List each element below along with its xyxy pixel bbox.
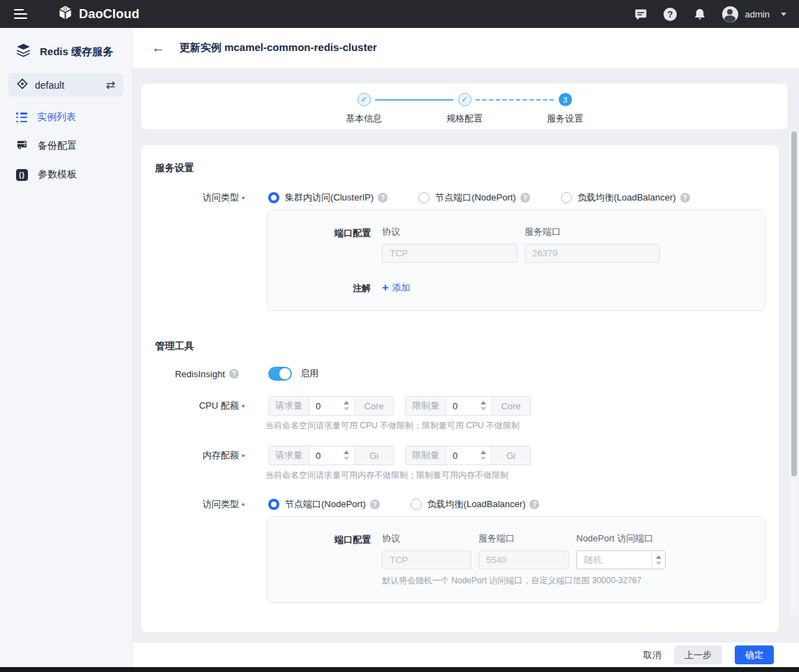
tools-port-config-box: 端口配置 协议 服务端口 NodePort 访问端口 <box>267 516 765 603</box>
content-scroll-area: ✓ 基本信息 ✓ 规格配置 3 服务设置 服务设置 访问类型• <box>133 68 799 643</box>
cpu-request-input[interactable]: 0 <box>309 397 354 415</box>
redisinsight-row: RedisInsight ? 启用 <box>155 367 779 381</box>
step-basic-info[interactable]: ✓ 基本信息 <box>339 93 389 125</box>
product-title: Redis 缓存服务 <box>40 45 113 59</box>
back-arrow-icon[interactable]: ← <box>152 41 165 56</box>
user-menu-chevron-icon[interactable] <box>781 13 786 16</box>
spinner-up-icon <box>481 451 486 454</box>
radio-loadbalancer[interactable]: 负载均衡(LoadBalancer) ? <box>561 191 690 204</box>
list-icon <box>16 112 27 122</box>
spinner-down-icon <box>481 457 486 460</box>
service-port-label: 服务端口 <box>478 532 569 545</box>
spinner-down-icon <box>344 457 349 460</box>
tools-access-type-row: 访问类型• 节点端口(NodePort) ? 负载均衡(LoadBalancer… <box>155 498 779 511</box>
help-icon[interactable]: ? <box>378 193 388 203</box>
radio-tools-nodeport[interactable]: 节点端口(NodePort) ? <box>268 498 380 511</box>
number-stepper[interactable] <box>651 551 665 569</box>
wizard-stepper: ✓ 基本信息 ✓ 规格配置 3 服务设置 <box>141 84 788 129</box>
page-header: ← 更新实例 mcamel-common-redis-cluster <box>133 28 799 68</box>
sidebar-item-backup-config[interactable]: 备份配置 <box>0 131 132 161</box>
brand-logo[interactable]: DaoCloud <box>57 5 140 24</box>
number-stepper[interactable] <box>339 397 353 415</box>
protocol-input <box>382 244 518 263</box>
cpu-limit-input[interactable]: 0 <box>446 397 491 415</box>
sidebar-item-param-template[interactable]: () 参数模板 <box>0 161 132 189</box>
product-header: Redis 缓存服务 <box>0 28 132 71</box>
toggle-state-label: 启用 <box>300 367 318 380</box>
number-stepper[interactable] <box>476 446 490 465</box>
memory-limit-group: 限制量 0 Gi <box>405 446 531 465</box>
redisinsight-toggle[interactable] <box>268 367 292 381</box>
section-title-advanced-settings: 高级设置 <box>155 631 779 632</box>
section-title-service-settings: 服务设置 <box>155 161 779 175</box>
step-number: 3 <box>559 93 572 106</box>
radio-unselected-icon <box>411 499 422 510</box>
workspace-selector[interactable]: default ⇄ <box>8 73 124 96</box>
help-icon[interactable]: ? <box>229 369 239 379</box>
user-avatar-icon[interactable] <box>722 6 738 22</box>
spinner-up-icon <box>344 401 349 404</box>
nodeport-port-label: NodePort 访问端口 <box>576 532 666 545</box>
page-title: 更新实例 mcamel-common-redis-cluster <box>179 41 377 54</box>
memory-request-input[interactable]: 0 <box>309 446 354 465</box>
spinner-down-icon <box>344 407 349 411</box>
sidebar: Redis 缓存服务 default ⇄ 实例列表 <box>0 28 133 667</box>
spinner-up-icon <box>656 555 661 559</box>
username: admin <box>745 9 770 20</box>
section-title-management-tools: 管理工具 <box>155 339 779 353</box>
step-service-settings[interactable]: 3 服务设置 <box>540 93 590 125</box>
plus-icon: + <box>382 282 388 293</box>
brand-name: DaoCloud <box>79 7 140 22</box>
service-port-label: 服务端口 <box>525 226 660 238</box>
memory-quota-row: 内存配额• 请求量 0 Gi 限制量 0 <box>155 446 779 465</box>
help-icon[interactable]: ? <box>370 499 380 509</box>
memory-limit-input[interactable]: 0 <box>446 446 491 465</box>
help-icon[interactable]: ? <box>664 7 677 21</box>
step-done-check-icon: ✓ <box>458 93 471 106</box>
help-icon[interactable]: ? <box>529 499 539 509</box>
sidebar-item-label: 参数模板 <box>38 168 77 181</box>
service-port-input <box>525 244 660 263</box>
radio-nodeport[interactable]: 节点端口(NodePort) ? <box>418 191 530 204</box>
radio-selected-icon <box>268 192 279 203</box>
step-done-check-icon: ✓ <box>358 93 371 106</box>
port-config-label: 端口配置 <box>267 532 371 569</box>
notification-bell-icon[interactable] <box>693 7 707 21</box>
confirm-button[interactable]: 确定 <box>735 645 774 664</box>
spinner-up-icon <box>481 401 486 404</box>
parameter-template-icon: () <box>16 169 28 181</box>
service-port-config-box: 端口配置 协议 服务端口 注解 + <box>267 210 765 311</box>
nodeport-hint: 默认将会随机一个 NodePort 访问端口，自定义端口范围 30000-327… <box>382 575 765 587</box>
sidebar-item-instance-list[interactable]: 实例列表 <box>0 103 132 131</box>
number-stepper[interactable] <box>339 446 353 465</box>
memory-quota-hint: 当前命名空间请求量可用内存不做限制；限制量可用内存不做限制 <box>265 469 779 481</box>
switch-workspace-icon[interactable]: ⇄ <box>106 80 115 91</box>
spinner-up-icon <box>344 451 349 454</box>
add-annotation-button[interactable]: + 添加 <box>382 282 410 294</box>
tools-service-port-input <box>478 550 569 569</box>
sidebar-item-label: 实例列表 <box>37 111 76 124</box>
radio-tools-loadbalancer[interactable]: 负载均衡(LoadBalancer) ? <box>411 498 540 511</box>
protocol-label: 协议 <box>382 226 518 238</box>
annotation-label: 注解 <box>267 281 371 295</box>
workspace-name: default <box>35 80 64 91</box>
redis-stack-icon <box>15 43 31 61</box>
previous-step-button[interactable]: 上一步 <box>674 645 722 664</box>
help-icon[interactable]: ? <box>520 193 530 203</box>
wizard-footer: 取消 上一步 确定 <box>133 643 799 667</box>
radio-unselected-icon <box>418 192 430 203</box>
scrollbar-thumb[interactable] <box>791 131 797 476</box>
protocol-label: 协议 <box>382 532 471 545</box>
cpu-quota-hint: 当前命名空间请求量可用 CPU 不做限制；限制量可用 CPU 不做限制 <box>265 420 779 432</box>
help-icon[interactable]: ? <box>680 193 690 203</box>
message-icon[interactable] <box>634 7 648 21</box>
daocloud-cube-icon <box>57 5 73 24</box>
backup-icon <box>16 139 28 153</box>
menu-toggle-icon[interactable] <box>14 6 28 22</box>
step-spec-config[interactable]: ✓ 规格配置 <box>439 93 490 125</box>
radio-clusterip[interactable]: 集群内访问(ClusterIP) ? <box>268 191 388 204</box>
number-stepper[interactable] <box>476 397 490 415</box>
port-config-label: 端口配置 <box>267 226 371 263</box>
cpu-quota-row: CPU 配额• 请求量 0 Core 限制量 0 <box>155 396 779 416</box>
cancel-button[interactable]: 取消 <box>643 649 661 662</box>
